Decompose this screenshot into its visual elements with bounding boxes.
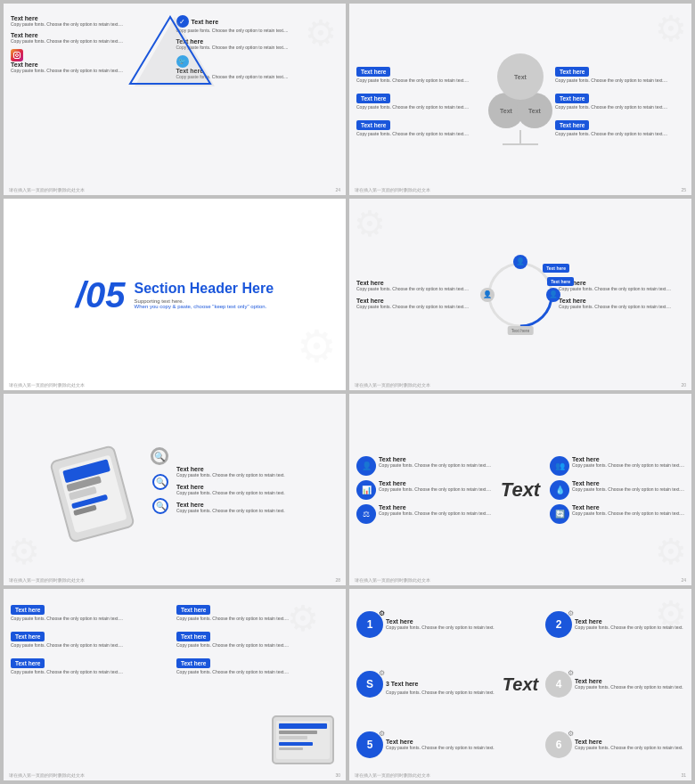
magnify-icon-1: 🔍 xyxy=(151,447,168,465)
slide-5: ⚙ � xyxy=(4,394,346,585)
slide-1: ⚙ Text here Copy paste fonts. Choose the… xyxy=(4,4,346,195)
s2-circles: Text Text Text xyxy=(488,53,552,145)
slide-3-footer: 请在插入第一页面的同时删除此处文本 xyxy=(9,382,85,388)
num-1-circle: 1 ⚙ xyxy=(356,611,383,638)
s6-right-2: 💧 Text here Copy paste fonts. Choose the… xyxy=(550,480,684,500)
slide-8-num: 31 xyxy=(681,772,686,778)
s5-item-3: Text here Copy paste fonts. Choose the o… xyxy=(176,502,339,514)
slide-grid: ⚙ Text here Copy paste fonts. Choose the… xyxy=(0,0,695,784)
s2-left-items: Text here Copy paste fonts. Choose the o… xyxy=(356,61,486,137)
s7-right-2: Text here Copy paste fonts. Choose the o… xyxy=(176,626,339,649)
phone-device xyxy=(48,445,135,543)
s6-right-1: 👥 Text here Copy paste fonts. Choose the… xyxy=(550,456,684,476)
s6-right: 👥 Text here Copy paste fonts. Choose the… xyxy=(550,456,684,524)
s2-item-1: Text here Copy paste fonts. Choose the o… xyxy=(356,61,486,84)
magnify-icon-2: 🔍 xyxy=(152,474,168,490)
s7-left-1: Text here Copy paste fonts. Choose the o… xyxy=(11,600,173,622)
slide-2-num: 25 xyxy=(681,187,686,192)
slide-3: ⚙ /05 Section Header Here Supporting tex… xyxy=(4,199,346,390)
chart-icon: 📊 xyxy=(356,480,376,500)
s2-right-items: Text here Copy paste fonts. Choose the o… xyxy=(555,61,684,137)
s4-left: Text here Copy paste fonts. Choose the o… xyxy=(356,280,482,310)
s7-left-3: Text here Copy paste fonts. Choose the o… xyxy=(11,653,173,675)
section-title: Section Header Here xyxy=(135,281,274,297)
text-badge-bottom: Text here xyxy=(508,326,534,335)
s4-center-ring: 👤 👤 Text here 👤 Text here Text here xyxy=(485,259,556,331)
drop-icon: 💧 xyxy=(550,480,569,500)
s6-left-1: 👤 Text here Copy paste fonts. Choose the… xyxy=(356,456,491,476)
slide-7: ⚙ Text here Copy paste fonts. Choose the… xyxy=(4,589,346,780)
slide-2-footer: 请在插入第一页面的同时删除此处文本 xyxy=(355,187,430,192)
s5-left-visual: 🔍 🔍 🔍 xyxy=(11,443,173,536)
s8-cell-5: 5 ⚙ Text here Copy paste fonts. Choose t… xyxy=(356,731,495,758)
num-6-circle: 6 ⚙ xyxy=(545,731,572,758)
slide-8: ⚙ 1 ⚙ Text here Copy paste fonts. Choose… xyxy=(349,589,691,780)
s5-item-2: Text here Copy paste fonts. Choose the o… xyxy=(176,484,339,496)
slide-4-footer: 请在插入第一页面的同时删除此处文本 xyxy=(355,382,430,388)
s8-center-spacer xyxy=(498,596,543,653)
s7-left: Text here Copy paste fonts. Choose the o… xyxy=(11,596,173,773)
s4-right-2: Text here Copy paste fonts. Choose the o… xyxy=(559,298,684,310)
s6-center-text: Text xyxy=(501,478,540,502)
s6-left: 👤 Text here Copy paste fonts. Choose the… xyxy=(356,456,491,524)
section-number: /05 xyxy=(76,277,126,313)
slide-7-footer: 请在插入第一页面的同时删除此处文本 xyxy=(9,772,85,778)
refresh-icon: 🔄 xyxy=(550,504,569,524)
slide-6-num: 24 xyxy=(681,577,686,583)
s2-item-6: Text here Copy paste fonts. Choose the o… xyxy=(555,115,684,137)
num-4-circle: 4 ⚙ xyxy=(545,671,572,698)
s8-cell-1: 1 ⚙ Text here Copy paste fonts. Choose t… xyxy=(356,611,495,638)
s4-left-2: Text here Copy paste fonts. Choose the o… xyxy=(356,298,482,310)
s2-item-5: Text here Copy paste fonts. Choose the o… xyxy=(555,88,684,110)
text-badge-mid: Text here xyxy=(547,277,574,286)
slide-5-num: 28 xyxy=(335,577,340,583)
slide-8-footer: 请在插入第一页面的同时删除此处文本 xyxy=(355,772,430,778)
circle-top: Text xyxy=(497,53,544,100)
scale-icon: ⚖ xyxy=(356,504,376,524)
s7-left-2: Text here Copy paste fonts. Choose the o… xyxy=(11,626,173,649)
slide-4-num: 20 xyxy=(681,382,686,388)
slide-6: ⚙ 👤 Text here Copy paste fonts. Choose t… xyxy=(349,394,691,585)
s4-right-1: Text here Copy paste fonts. Choose the o… xyxy=(559,280,684,292)
s7-right-3: Text here Copy paste fonts. Choose the o… xyxy=(176,653,339,675)
num-5-circle: 5 ⚙ xyxy=(356,731,383,758)
s8-cell-4: 4 ⚙ Text here Copy paste fonts. Choose t… xyxy=(545,671,684,698)
slide-1-num: 24 xyxy=(335,187,340,192)
svg-marker-0 xyxy=(130,17,210,84)
s2-item-2: Text here Copy paste fonts. Choose the o… xyxy=(356,88,486,110)
num-2-circle: 2 ⚙ xyxy=(545,611,572,638)
slide-6-footer: 请在插入第一页面的同时删除此处文本 xyxy=(355,577,430,583)
num-3-circle: S ⚙ xyxy=(356,671,383,698)
s2-item-3: Text here Copy paste fonts. Choose the o… xyxy=(356,115,486,137)
slide-1-footer: 请在插入第一页面的同时删除此处文本 xyxy=(9,187,85,192)
person-icon-top: 👤 xyxy=(513,255,527,269)
tablet-device xyxy=(272,715,334,764)
s2-item-4: Text here Copy paste fonts. Choose the o… xyxy=(555,61,684,84)
user-icon-1: 👤 xyxy=(356,456,376,476)
s6-center: Text xyxy=(494,478,547,502)
instagram-icon xyxy=(11,49,23,61)
s8-cell-3: S ⚙ 3 Text here Copy paste fonts. Choose… xyxy=(356,671,495,698)
s8-cell-6: 6 ⚙ Text here Copy paste fonts. Choose t… xyxy=(545,731,684,758)
s5-item-1: Text here Copy paste fonts. Choose the o… xyxy=(176,466,339,478)
s7-right: Text here Copy paste fonts. Choose the o… xyxy=(176,596,339,773)
text-badge-top: Text here xyxy=(543,264,569,273)
s6-left-3: ⚖ Text here Copy paste fonts. Choose the… xyxy=(356,504,491,524)
slide-5-footer: 请在插入第一页面的同时删除此处文本 xyxy=(9,577,85,583)
s6-right-3: 🔄 Text here Copy paste fonts. Choose the… xyxy=(550,504,684,524)
person-icon-left: 👤 xyxy=(480,288,495,302)
s8-center-text: Text xyxy=(498,674,543,695)
s5-right-items: Text here Copy paste fonts. Choose the o… xyxy=(176,466,339,514)
people-icon: 👥 xyxy=(550,456,569,476)
person-icon-right: 👤 xyxy=(546,288,560,302)
slide-2: ⚙ Text here Copy paste fonts. Choose the… xyxy=(349,4,691,195)
s6-left-2: 📊 Text here Copy paste fonts. Choose the… xyxy=(356,480,491,500)
slide-7-num: 30 xyxy=(335,772,340,778)
magnify-icon-3: 🔍 xyxy=(152,498,168,514)
s4-right: Text here Copy paste fonts. Choose the o… xyxy=(559,280,684,310)
section-sub2: When you copy & paste, choose "keep text… xyxy=(135,304,274,309)
slide-4: ⚙ Text here Copy paste fonts. Choose the… xyxy=(349,199,691,390)
s4-left-1: Text here Copy paste fonts. Choose the o… xyxy=(356,280,482,292)
